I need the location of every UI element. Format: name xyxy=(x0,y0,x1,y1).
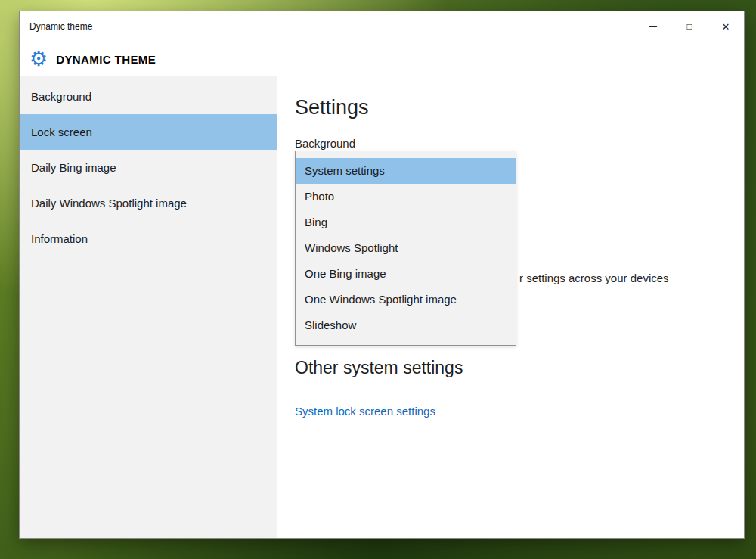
system-lock-screen-settings-link[interactable]: System lock screen settings xyxy=(295,405,435,418)
sidebar-item-label: Background xyxy=(31,90,91,103)
sidebar-item-daily-windows-spotlight-image[interactable]: Daily Windows Spotlight image xyxy=(20,185,277,221)
main-content: Settings Background r settings across yo… xyxy=(277,76,744,538)
background-dropdown-label: Background xyxy=(295,137,355,150)
window-controls: ─ □ ✕ xyxy=(635,11,744,42)
dropdown-option-system-settings[interactable]: System settings xyxy=(296,158,516,184)
dropdown-option-windows-spotlight[interactable]: Windows Spotlight xyxy=(296,235,516,261)
dropdown-option-bing[interactable]: Bing xyxy=(296,210,516,235)
sidebar: Background Lock screen Daily Bing image … xyxy=(20,76,277,538)
minimize-icon: ─ xyxy=(649,20,657,33)
sidebar-item-information[interactable]: Information xyxy=(20,221,277,256)
close-icon: ✕ xyxy=(722,21,730,33)
sidebar-item-background[interactable]: Background xyxy=(20,79,277,114)
dropdown-option-slideshow[interactable]: Slideshow xyxy=(296,312,516,338)
dropdown-option-one-windows-spotlight-image[interactable]: One Windows Spotlight image xyxy=(296,287,516,312)
dropdown-option-photo[interactable]: Photo xyxy=(296,184,516,210)
sidebar-item-label: Information xyxy=(31,232,88,245)
minimize-button[interactable]: ─ xyxy=(635,11,671,42)
sidebar-item-label: Daily Windows Spotlight image xyxy=(31,197,187,210)
sidebar-item-daily-bing-image[interactable]: Daily Bing image xyxy=(20,150,277,185)
window-title: Dynamic theme xyxy=(20,21,635,32)
maximize-button[interactable]: □ xyxy=(671,11,708,42)
sidebar-item-label: Lock screen xyxy=(31,126,92,138)
window-body: Background Lock screen Daily Bing image … xyxy=(20,76,744,538)
gear-icon: ⚙ xyxy=(29,49,48,70)
sidebar-item-lock-screen[interactable]: Lock screen xyxy=(20,114,277,150)
maximize-icon: □ xyxy=(686,21,692,32)
page-title: Settings xyxy=(295,96,369,120)
app-window: Dynamic theme ─ □ ✕ ⚙ DYNAMIC THEME Back… xyxy=(19,11,745,539)
close-button[interactable]: ✕ xyxy=(708,11,744,42)
app-name: DYNAMIC THEME xyxy=(56,53,156,66)
title-bar: Dynamic theme ─ □ ✕ xyxy=(20,11,744,42)
other-system-settings-heading: Other system settings xyxy=(295,358,463,378)
background-dropdown-list: System settings Photo Bing Windows Spotl… xyxy=(295,151,516,346)
dropdown-option-one-bing-image[interactable]: One Bing image xyxy=(296,261,516,287)
sync-settings-partial-text: r settings across your devices xyxy=(519,272,669,284)
sidebar-item-label: Daily Bing image xyxy=(31,161,116,174)
app-header: ⚙ DYNAMIC THEME xyxy=(20,42,744,76)
